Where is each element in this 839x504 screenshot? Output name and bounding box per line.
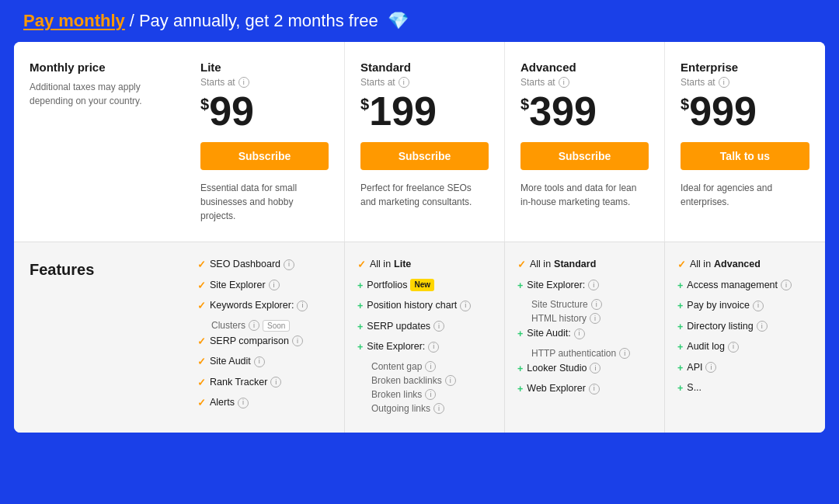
plus-icon: + xyxy=(517,328,523,342)
feature-text: Position history chart i xyxy=(367,299,471,313)
info-icon[interactable]: i xyxy=(292,335,303,346)
price-amount-standard: 199 xyxy=(369,91,437,131)
subscribe-btn-lite[interactable]: Subscribe xyxy=(200,142,329,170)
info-icon[interactable]: i xyxy=(705,362,716,373)
price-dollar-lite: $ xyxy=(200,96,209,113)
feature-rank-tracker: ✓ Rank Tracker i xyxy=(197,376,332,391)
monthly-price-desc: Additional taxes may apply depending on … xyxy=(30,80,169,108)
feature-text: All in Standard xyxy=(530,258,596,272)
feature-pay-by-invoice: + Pay by invoice i xyxy=(677,299,813,314)
info-icon[interactable]: i xyxy=(425,389,436,400)
info-icon-enterprise[interactable]: i xyxy=(719,77,729,88)
info-icon[interactable]: i xyxy=(425,361,436,372)
features-col-lite: ✓ SEO Dashboard i ✓ Site Explorer i ✓ Ke… xyxy=(185,242,345,433)
header-separator: / xyxy=(130,11,134,31)
sub-broken-links: Broken links i xyxy=(371,389,492,400)
feature-looker-studio: + Looker Studio i xyxy=(517,362,652,377)
plan-desc-lite: Essential data for small businesses and … xyxy=(200,181,329,223)
info-icon[interactable]: i xyxy=(591,299,602,310)
info-icon[interactable]: i xyxy=(284,259,294,270)
plan-name-advanced: Advanced xyxy=(520,61,649,74)
feature-text: Site Audit: i xyxy=(527,327,584,341)
info-icon[interactable]: i xyxy=(428,342,439,353)
price-display-enterprise: $ 999 xyxy=(681,91,809,131)
check-icon: ✓ xyxy=(197,259,206,273)
feature-access-management: + Access management i xyxy=(677,279,813,294)
info-icon-standard[interactable]: i xyxy=(399,77,409,88)
info-icon[interactable]: i xyxy=(588,280,599,290)
plus-icon: + xyxy=(677,280,683,294)
plus-icon: + xyxy=(357,300,363,314)
pricing-section: Monthly price Additional taxes may apply… xyxy=(14,42,825,242)
info-icon[interactable]: i xyxy=(445,375,456,386)
feature-text: SEO Dashboard i xyxy=(210,258,294,272)
feature-all-in-lite: ✓ All in Lite xyxy=(357,258,492,273)
plus-icon: + xyxy=(357,341,363,355)
info-icon[interactable]: i xyxy=(781,280,792,290)
badge-soon: Soon xyxy=(263,320,290,332)
feature-text: Site Explorer: i xyxy=(527,279,599,293)
feature-all-in-standard: ✓ All in Standard xyxy=(517,258,652,273)
info-icon[interactable]: i xyxy=(619,348,630,359)
info-icon[interactable]: i xyxy=(590,363,601,374)
feature-text: Rank Tracker i xyxy=(210,376,281,390)
plan-col-advanced: Advanced Starts at i $ 399 Subscribe Mor… xyxy=(505,42,665,242)
info-icon[interactable]: i xyxy=(270,377,281,388)
feature-site-explorer-standard: + Site Explorer: i xyxy=(357,340,492,355)
features-col-advanced: ✓ All in Standard + Site Explorer: i Sit… xyxy=(505,242,665,433)
features-label-col: Features xyxy=(14,242,185,433)
price-display-standard: $ 199 xyxy=(360,91,489,131)
feature-text: Web Explorer i xyxy=(527,382,600,396)
pay-annually-text[interactable]: Pay annually, get 2 months free xyxy=(139,11,378,31)
info-icon[interactable]: i xyxy=(590,313,601,324)
plan-desc-advanced: More tools and data for lean in-house ma… xyxy=(520,181,649,209)
price-dollar-enterprise: $ xyxy=(681,96,689,113)
info-icon-lite[interactable]: i xyxy=(238,77,249,88)
info-icon[interactable]: i xyxy=(757,321,768,332)
feature-s: + S... xyxy=(677,381,813,396)
sub-html-history: HTML history i xyxy=(531,313,652,324)
feature-api: + API i xyxy=(677,361,813,376)
check-icon: ✓ xyxy=(197,377,206,391)
info-icon[interactable]: i xyxy=(254,356,265,367)
feature-text: All in Lite xyxy=(370,258,411,272)
feature-text: Site Audit i xyxy=(210,355,265,369)
plan-col-enterprise: Enterprise Starts at i $ 999 Talk to us … xyxy=(665,42,825,242)
feature-text: API i xyxy=(687,361,716,375)
info-icon[interactable]: i xyxy=(238,398,249,408)
info-icon[interactable]: i xyxy=(753,301,764,311)
price-dollar-standard: $ xyxy=(360,96,369,113)
plus-icon: + xyxy=(517,363,523,377)
info-icon[interactable]: i xyxy=(297,301,308,311)
features-col-enterprise: ✓ All in Advanced + Access management i … xyxy=(665,242,825,433)
info-icon[interactable]: i xyxy=(574,328,585,339)
price-display-advanced: $ 399 xyxy=(520,91,649,131)
info-icon[interactable]: i xyxy=(269,280,280,290)
sub-broken-backlinks: Broken backlinks i xyxy=(371,375,492,386)
talk-to-us-btn[interactable]: Talk to us xyxy=(681,142,809,170)
sub-outgoing-links: Outgoing links i xyxy=(371,403,492,414)
info-icon[interactable]: i xyxy=(728,342,739,353)
sub-content-gap: Content gap i xyxy=(371,361,492,372)
sub-feature-clusters: Clusters i Soon xyxy=(211,320,332,332)
check-icon: ✓ xyxy=(197,335,206,349)
plus-icon: + xyxy=(517,280,523,294)
pay-monthly-link[interactable]: Pay monthly xyxy=(23,11,125,31)
info-icon-advanced[interactable]: i xyxy=(559,77,569,88)
pricing-label-col: Monthly price Additional taxes may apply… xyxy=(14,42,185,242)
feature-text: Site Explorer: i xyxy=(367,340,439,354)
check-icon: ✓ xyxy=(197,300,206,314)
subscribe-btn-standard[interactable]: Subscribe xyxy=(360,142,489,170)
features-section: Features ✓ SEO Dashboard i ✓ Site Explor… xyxy=(14,242,825,433)
info-icon[interactable]: i xyxy=(433,403,444,414)
badge-new: New xyxy=(410,279,434,291)
info-icon[interactable]: i xyxy=(249,320,259,331)
subscribe-btn-advanced[interactable]: Subscribe xyxy=(520,142,649,170)
info-icon[interactable]: i xyxy=(589,384,600,395)
sub-http-auth: HTTP authentication i xyxy=(531,348,652,359)
feature-seo-dashboard: ✓ SEO Dashboard i xyxy=(197,258,332,273)
plan-col-lite: Lite Starts at i $ 99 Subscribe Essentia… xyxy=(185,42,345,242)
info-icon[interactable]: i xyxy=(460,301,471,311)
feature-keywords-explorer: ✓ Keywords Explorer: i xyxy=(197,299,332,314)
info-icon[interactable]: i xyxy=(433,321,444,332)
